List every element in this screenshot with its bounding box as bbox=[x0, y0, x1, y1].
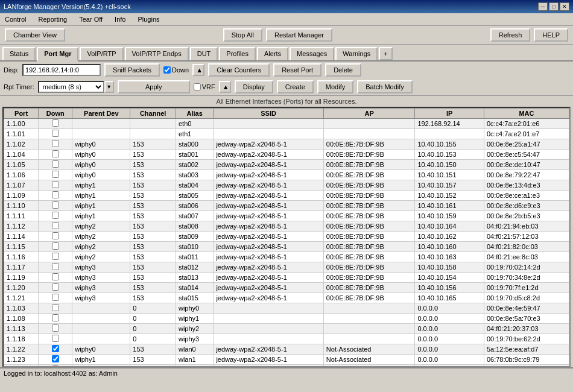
row-down-checkbox[interactable] bbox=[52, 283, 59, 291]
arrow-up-btn2[interactable]: ▲ bbox=[219, 81, 231, 93]
row-down-checkbox[interactable] bbox=[52, 253, 59, 260]
vrf-checkbox-label[interactable]: VRF bbox=[194, 83, 215, 90]
row-down-checkbox[interactable] bbox=[52, 242, 59, 250]
menu-tear-off[interactable]: Tear Off bbox=[77, 14, 105, 24]
menu-info[interactable]: Info bbox=[112, 14, 128, 24]
table-row[interactable]: 1.1.14wiphy2153sta009jedway-wpa2-x2048-5… bbox=[4, 232, 569, 242]
menu-plugins[interactable]: Plugins bbox=[135, 14, 162, 24]
row-down-checkbox[interactable] bbox=[52, 171, 59, 178]
cell-parent_dev: wiphy1 bbox=[72, 355, 130, 365]
stop-all-button[interactable]: Stop All bbox=[223, 28, 262, 42]
modify-button[interactable]: Modify bbox=[317, 80, 353, 93]
row-down-checkbox[interactable] bbox=[52, 150, 59, 157]
menu-control[interactable]: Control bbox=[2, 14, 28, 24]
cell-parent_dev: wiphy3 bbox=[72, 283, 130, 293]
tab-dut[interactable]: DUT bbox=[190, 47, 218, 60]
vrf-checkbox[interactable] bbox=[194, 83, 201, 90]
cell-channel: 153 bbox=[130, 293, 176, 303]
minimize-button[interactable]: ─ bbox=[538, 2, 548, 11]
table-row[interactable]: 1.1.21wiphy3153sta015jedway-wpa2-x2048-5… bbox=[4, 293, 569, 303]
chamber-view-button[interactable]: Chamber View bbox=[5, 28, 65, 42]
tab-voip-rtp[interactable]: VoIP/RTP bbox=[80, 47, 123, 60]
sniff-packets-button[interactable]: Sniff Packets bbox=[104, 63, 160, 77]
cell-channel bbox=[130, 119, 176, 129]
table-row[interactable]: 1.1.05wiphy0153sta002jedway-wpa2-x2048-5… bbox=[4, 160, 569, 170]
menu-reporting[interactable]: Reporting bbox=[36, 14, 69, 24]
cell-ap: Not-Associated bbox=[323, 355, 415, 365]
table-row[interactable]: 1.1.12wiphy2153sta008jedway-wpa2-x2048-5… bbox=[4, 221, 569, 232]
refresh-button[interactable]: Refresh bbox=[490, 28, 531, 42]
table-row[interactable]: 1.1.06wiphy0153sta003jedway-wpa2-x2048-5… bbox=[4, 170, 569, 180]
table-row[interactable]: 1.1.11wiphy1153sta007jedway-wpa2-x2048-5… bbox=[4, 211, 569, 221]
table-row[interactable]: 1.1.22wiphy0153wlan0jedway-wpa2-x2048-5-… bbox=[4, 344, 569, 355]
cell-channel: 153 bbox=[130, 242, 176, 252]
rpt-timer-select[interactable]: medium (8 s) fast (1 s) slow (30 s) bbox=[38, 81, 104, 93]
tab-messages[interactable]: Messages bbox=[290, 47, 334, 60]
reset-port-button[interactable]: Reset Port bbox=[273, 63, 321, 77]
table-row[interactable]: 1.1.23wiphy1153wlan1jedway-wpa2-x2048-5-… bbox=[4, 355, 569, 365]
tab-voip-rtp-endps[interactable]: VoIP/RTP Endps bbox=[125, 47, 189, 60]
row-down-checkbox[interactable] bbox=[52, 119, 59, 127]
close-button[interactable]: ✕ bbox=[560, 2, 569, 11]
row-down-checkbox[interactable] bbox=[52, 273, 59, 280]
menu-bar: Control Reporting Tear Off Info Plugins bbox=[0, 13, 573, 26]
row-down-checkbox[interactable] bbox=[52, 130, 59, 137]
table-row[interactable]: 1.1.15wiphy2153sta010jedway-wpa2-x2048-5… bbox=[4, 242, 569, 252]
help-button[interactable]: HELP bbox=[534, 28, 568, 42]
rpt-timer-arrow[interactable]: ▼ bbox=[104, 81, 114, 93]
row-down-checkbox[interactable] bbox=[52, 140, 59, 147]
row-down-checkbox[interactable] bbox=[52, 314, 59, 321]
row-down-checkbox[interactable] bbox=[52, 304, 59, 311]
row-down-checkbox[interactable] bbox=[52, 232, 59, 239]
row-down-checkbox[interactable] bbox=[52, 294, 59, 301]
tab-warnings[interactable]: Warnings bbox=[335, 47, 378, 60]
cell-parent_dev: wiphy0 bbox=[72, 160, 130, 170]
table-row[interactable]: 1.1.180wiphy30.0.0.000:19:70:be:62:2d bbox=[4, 334, 569, 344]
maximize-button[interactable]: □ bbox=[549, 2, 559, 11]
delete-button[interactable]: Delete bbox=[325, 63, 361, 77]
row-down-checkbox[interactable] bbox=[52, 355, 59, 362]
table-row[interactable]: 1.1.01eth10c:c4:7a:e2:01:e7 bbox=[4, 129, 569, 139]
row-down-checkbox[interactable] bbox=[52, 324, 59, 332]
row-down-checkbox[interactable] bbox=[52, 191, 59, 198]
table-row[interactable]: 1.1.02wiphy0153sta000jedway-wpa2-x2048-5… bbox=[4, 139, 569, 150]
down-checkbox-label[interactable]: Down bbox=[163, 66, 189, 74]
batch-modify-button[interactable]: Batch Modify bbox=[357, 80, 413, 93]
arrow-up-btn1[interactable]: ▲ bbox=[192, 64, 204, 76]
table-row[interactable]: 1.1.17wiphy3153sta012jedway-wpa2-x2048-5… bbox=[4, 262, 569, 273]
table-row[interactable]: 1.1.20wiphy3153sta014jedway-wpa2-x2048-5… bbox=[4, 283, 569, 293]
row-down-checkbox[interactable] bbox=[52, 335, 59, 342]
clear-counters-button[interactable]: Clear Counters bbox=[208, 63, 270, 77]
table-row[interactable]: 1.1.080wiphy10.0.0.000:0e:8e:5a:70:e3 bbox=[4, 314, 569, 324]
table-row[interactable]: 1.1.00eth0192.168.92.140c:c4:7a:e2:01:e6 bbox=[4, 119, 569, 129]
row-down-checkbox[interactable] bbox=[52, 263, 59, 270]
disp-input[interactable] bbox=[22, 64, 101, 76]
tab-status[interactable]: Status bbox=[2, 47, 36, 60]
row-down-checkbox[interactable] bbox=[52, 212, 59, 219]
tab-add[interactable]: + bbox=[379, 47, 392, 60]
table-scroll-wrapper[interactable]: Port Down Parent Dev Channel Alias SSID … bbox=[2, 107, 571, 367]
table-row[interactable]: 1.1.09wiphy1153sta005jedway-wpa2-x2048-5… bbox=[4, 191, 569, 201]
down-checkbox[interactable] bbox=[163, 66, 171, 74]
tab-profiles[interactable]: Profiles bbox=[219, 47, 256, 60]
table-row[interactable]: 1.1.10wiphy1153sta006jedway-wpa2-x2048-5… bbox=[4, 201, 569, 211]
create-button[interactable]: Create bbox=[277, 80, 314, 93]
cell-channel: 153 bbox=[130, 252, 176, 262]
restart-manager-button[interactable]: Restart Manager bbox=[266, 28, 332, 42]
table-row[interactable]: 1.1.130wiphy20.0.0.004:f0:21:20:37:03 bbox=[4, 324, 569, 334]
tab-alerts[interactable]: Alerts bbox=[257, 47, 288, 60]
row-down-checkbox[interactable] bbox=[52, 222, 59, 229]
display-button[interactable]: Display bbox=[235, 80, 273, 93]
row-down-checkbox[interactable] bbox=[52, 201, 59, 209]
row-down-checkbox[interactable] bbox=[52, 160, 59, 168]
table-row[interactable]: 1.1.07wiphy1153sta004jedway-wpa2-x2048-5… bbox=[4, 180, 569, 191]
table-row[interactable]: 1.1.030wiphy00.0.0.000:0e:8e:4e:59:47 bbox=[4, 303, 569, 314]
row-down-checkbox[interactable] bbox=[52, 345, 59, 352]
table-row[interactable]: 1.1.19wiphy3153sta013jedway-wpa2-x2048-5… bbox=[4, 273, 569, 283]
cell-mac: 00:0e:8e:13:4d:e3 bbox=[484, 180, 569, 191]
row-down-checkbox[interactable] bbox=[52, 181, 59, 188]
table-row[interactable]: 1.1.16wiphy2153sta011jedway-wpa2-x2048-5… bbox=[4, 252, 569, 262]
tab-port-mgr[interactable]: Port Mgr bbox=[37, 47, 78, 62]
apply-button[interactable]: Apply bbox=[118, 80, 190, 93]
table-row[interactable]: 1.1.04wiphy0153sta001jedway-wpa2-x2048-5… bbox=[4, 150, 569, 160]
